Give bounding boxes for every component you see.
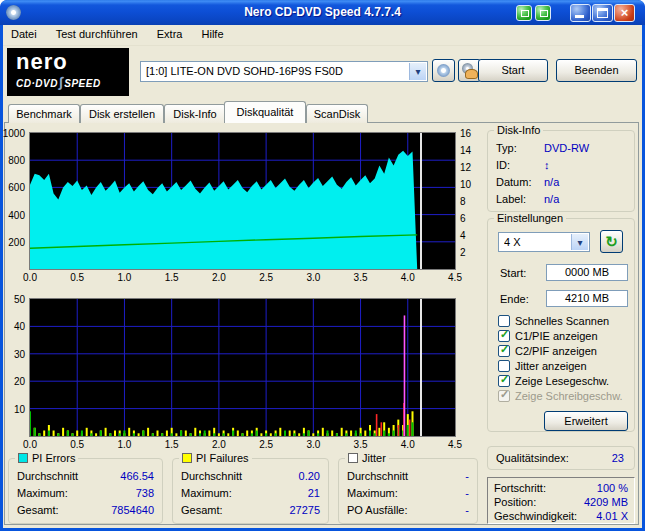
pi-failures-chart <box>30 299 455 436</box>
nero-logo-text: nero <box>16 51 129 73</box>
stat-value: - <box>465 470 469 482</box>
checkbox-schnelles-scannen[interactable]: Schnelles Scannen <box>498 315 630 329</box>
checkbox-box <box>498 315 510 327</box>
checkbox-label: C2/PIF anzeigen <box>515 345 597 357</box>
checkbox-jitter-anzeigen[interactable]: Jitter anzeigen <box>498 360 630 374</box>
disk-info-row-label: Label:n/a <box>488 193 634 208</box>
checkbox-box <box>498 360 510 372</box>
progress-label: Position: <box>494 496 536 508</box>
stat-label: Maximum: <box>347 487 398 499</box>
stat-label: Durchschnitt <box>181 470 242 482</box>
jitter-stats-group: Jitter Durchschnitt- Maximum:- PO Ausfäl… <box>338 458 478 524</box>
stat-row: Maximum:21 <box>173 487 328 502</box>
close-button[interactable]: × <box>614 4 635 22</box>
drive-select[interactable]: [1:0] LITE-ON DVD SOHD-16P9S FS0D ▾ <box>140 61 428 82</box>
chevron-down-icon[interactable]: ▾ <box>571 234 588 250</box>
checkbox-zeige-lesegeschw[interactable]: ✓Zeige Lesegeschw. <box>498 375 630 389</box>
pi-failures-x-axis: 0.00.51.01.52.02.53.03.54.04.5 <box>30 439 455 451</box>
progress-label: Fortschritt: <box>494 482 546 494</box>
disc-info-button[interactable] <box>432 59 455 82</box>
pi-errors-x-axis: 0.00.51.01.52.02.53.03.54.04.5 <box>30 272 455 284</box>
menu-item-test-durchfuehren[interactable]: Test durchführen <box>48 25 146 40</box>
quit-button[interactable]: Beenden <box>556 59 637 82</box>
chevron-down-icon[interactable]: ▾ <box>409 63 426 80</box>
start-field[interactable]: 0000 MB <box>546 264 628 281</box>
tab-disk-erstellen[interactable]: Disk erstellen <box>80 104 164 123</box>
pi-failures-y-axis-left: 5040302010 <box>2 299 28 436</box>
stat-label: Maximum: <box>181 487 232 499</box>
stat-row: Gesamt:27275 <box>173 504 328 519</box>
checkbox-box: ✓ <box>498 375 510 387</box>
stat-row: Durchschnitt0.20 <box>173 470 328 485</box>
progress-panel: Fortschritt:100 % Position:4209 MB Gesch… <box>487 477 635 524</box>
end-field[interactable]: 4210 MB <box>546 290 628 307</box>
speed-select[interactable]: 4 X ▾ <box>498 232 590 252</box>
disk-info-label: Datum: <box>496 176 531 188</box>
cdspeed-logo-text: CD·DVD∫SPEED <box>16 74 129 90</box>
quality-index-panel: Qualitätsindex: 23 <box>487 446 635 470</box>
check-icon: ✓ <box>500 388 509 401</box>
maximize-icon <box>597 8 608 18</box>
progress-row-position: Position:4209 MB <box>488 496 634 511</box>
stat-label: Durchschnitt <box>17 470 78 482</box>
disk-info-row-typ: Typ:DVD-RW <box>488 142 634 157</box>
menu-item-hilfe[interactable]: Hilfe <box>194 25 232 40</box>
disk-info-row-id: ID:↕ <box>488 159 634 174</box>
disk-info-label: ID: <box>496 159 510 171</box>
logo-swoosh: ∫ <box>59 74 63 90</box>
checkbox-zeige-schreibgeschw: ✓Zeige Schreibgeschw. <box>498 390 630 404</box>
pi-errors-stats-group: PI Errors Durchschnitt466.54 Maximum:738… <box>8 458 163 524</box>
menu-item-datei[interactable]: Datei <box>3 25 45 40</box>
checkbox-label: Zeige Schreibgeschw. <box>515 390 623 402</box>
pi-failures-stats-title: PI Failures <box>179 452 252 464</box>
disk-info-label: Typ: <box>496 142 517 154</box>
tab-disk-info[interactable]: Disk-Info <box>164 104 226 123</box>
tab-diskqualitaet[interactable]: Diskqualität <box>224 101 306 123</box>
nero-logo: nero CD·DVD∫SPEED <box>7 48 129 96</box>
disk-info-row-datum: Datum:n/a <box>488 176 634 191</box>
stat-value: 738 <box>136 487 154 499</box>
disk-info-value: ↕ <box>544 159 550 171</box>
hand-icon <box>465 69 478 79</box>
menu-item-extra[interactable]: Extra <box>149 25 191 40</box>
minimize-icon <box>575 15 584 18</box>
checkbox-label: Zeige Lesegeschw. <box>515 375 609 387</box>
stat-row: Durchschnitt- <box>339 470 477 485</box>
stat-row: Durchschnitt466.54 <box>9 470 162 485</box>
stat-value: 21 <box>308 487 320 499</box>
stat-value: 466.54 <box>120 470 154 482</box>
start-button[interactable]: Start <box>478 59 548 82</box>
titlebar-extra-button-1[interactable] <box>516 5 532 21</box>
titlebar-extra-button-2[interactable] <box>535 5 551 21</box>
tab-scandisk[interactable]: ScanDisk <box>306 104 368 123</box>
stats-title-text: Jitter <box>362 452 386 464</box>
refresh-icon: ↻ <box>601 233 622 250</box>
settings-group: Einstellungen 4 X ▾ ↻ Start: 0000 MB End… <box>487 218 635 432</box>
stat-value: 27275 <box>289 504 320 516</box>
stat-label: Gesamt: <box>181 504 223 516</box>
jitter-swatch-icon <box>348 453 358 463</box>
stat-value: - <box>465 487 469 499</box>
maximize-button[interactable] <box>592 4 613 22</box>
stat-value: - <box>465 504 469 516</box>
pi-errors-stats-title: PI Errors <box>15 452 78 464</box>
disk-info-value: n/a <box>544 176 559 188</box>
refresh-button[interactable]: ↻ <box>600 230 623 253</box>
quality-index-value: 23 <box>612 452 624 464</box>
minimize-button[interactable] <box>570 4 591 22</box>
pi-errors-y-axis-left: 1000800600400200 <box>2 133 28 269</box>
checkbox-c1-pie-anzeigen[interactable]: ✓C1/PIE anzeigen <box>498 330 630 344</box>
progress-label: Geschwindigkeit: <box>494 510 577 522</box>
advanced-button[interactable]: Erweitert <box>544 411 628 431</box>
progress-value: 4209 MB <box>584 496 628 508</box>
titlebar[interactable]: Nero CD-DVD Speed 4.7.7.4 × <box>0 0 645 25</box>
tab-benchmark[interactable]: Benchmark <box>8 104 80 123</box>
checkbox-label: C1/PIE anzeigen <box>515 330 598 342</box>
stat-value: 0.20 <box>299 470 320 482</box>
check-icon: ✓ <box>500 328 509 341</box>
disk-info-value: DVD-RW <box>544 142 589 154</box>
checkbox-c2-pif-anzeigen[interactable]: ✓C2/PIF anzeigen <box>498 345 630 359</box>
app-window: Nero CD-DVD Speed 4.7.7.4 × Datei Test d… <box>0 0 645 531</box>
checkbox-label: Jitter anzeigen <box>515 360 587 372</box>
settings-group-title: Einstellungen <box>494 212 566 224</box>
